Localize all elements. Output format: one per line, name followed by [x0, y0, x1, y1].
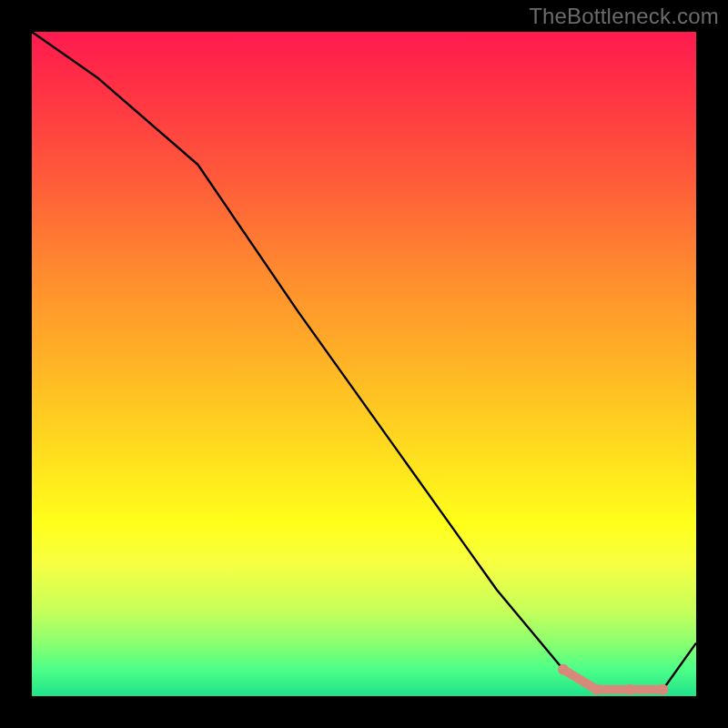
plot-area [32, 32, 696, 696]
chart-svg [32, 32, 696, 696]
chart-frame: TheBottleneck.com [0, 0, 728, 728]
bottleneck-curve [32, 32, 696, 690]
watermark-text: TheBottleneck.com [529, 4, 719, 29]
optimal-zone-marker [658, 684, 669, 695]
optimal-zone-marker [624, 684, 635, 695]
optimal-zone-marker [558, 664, 569, 675]
optimal-zone-line [563, 670, 663, 690]
optimal-zone-marker [592, 684, 602, 695]
